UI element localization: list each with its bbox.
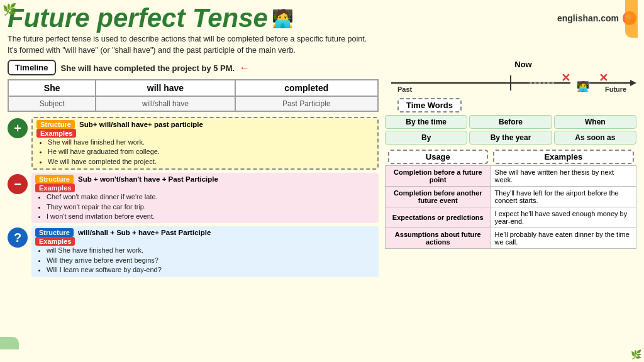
negative-structure-line: Structure Sub + won't/shan't have + Past… [35,175,375,184]
time-word-2: When [554,115,636,129]
site-info: englishan.com 🔍 [557,11,636,25]
right-column: Now ✕ ✕ 🧑‍💻 Past F [385,60,636,277]
positive-examples-line: Examples She will have finished her work… [36,129,374,167]
negative-examples-list: Chef won't make dinner if we're late. Th… [35,192,375,221]
character-icon: 🧑‍💻 [272,8,294,29]
title-group: Future perfect Tense 🧑‍💻 [8,5,294,31]
svg-text:✕: ✕ [561,72,570,84]
question-ex-3: Will I learn new software by day-end? [47,265,375,275]
svg-text:Past: Past [397,85,413,93]
examples-label-pos: Examples [36,129,76,138]
negative-icon: − [8,174,28,194]
table-row: Completion before another future event T… [386,187,636,207]
question-icon: ? [8,228,28,248]
negative-structure: − Structure Sub + won't/shan't have + Pa… [8,173,379,223]
time-words-badge: Time Words [397,98,462,112]
time-word-1: Before [469,115,552,129]
timeline-visual: Now ✕ ✕ 🧑‍💻 Past F [385,60,636,96]
example-0: She will have written her thesis by next… [491,166,636,187]
question-structure: ? Structure will/shall + Sub + have+ Pas… [8,226,379,277]
example-2: I expect he'll have saved enough money b… [491,207,636,228]
structure-label-neg: Structure [35,175,74,184]
time-word-3: By [385,131,467,145]
header: Future perfect Tense 🧑‍💻 englishan.com 🔍 [8,5,636,31]
ue-header-row: Usage Examples [386,148,636,166]
question-content: Structure will/shall + Sub + have+ Past … [31,226,379,277]
negative-formula: Sub + won't/shan't have + Past Participl… [78,175,218,183]
positive-content: Structure Sub+ will/shall have+ past par… [31,117,379,170]
table-row: Assumptions about future actions He'll p… [386,228,636,249]
row-participle: Past Participle [235,96,379,111]
positive-examples-list: She will have finished her work. He will… [36,138,374,167]
description-text: The future perfect tense is used to desc… [8,34,379,56]
main-layout: Timeline She will have completed the pro… [8,60,636,277]
positive-ex-1: She will have finished her work. [48,138,374,147]
usage-examples-section: Usage Examples Completion before a futur… [385,148,636,249]
time-word-0: By the time [385,115,467,129]
usage-header-badge: Usage [388,150,489,164]
usage-examples-table: Usage Examples Completion before a futur… [385,148,636,249]
negative-content: Structure Sub + won't/shan't have + Past… [31,173,379,223]
search-icon[interactable]: 🔍 [623,11,636,25]
usage-0: Completion before a future point [386,166,491,187]
question-examples-list: will She have finished her work. Will th… [35,246,375,275]
svg-text:✕: ✕ [599,72,608,84]
negative-examples-line: Examples Chef won't make dinner if we're… [35,184,375,221]
time-word-5: As soon as [554,131,636,145]
positive-icon: + [8,118,28,138]
col-auxiliary: will have [96,80,235,96]
question-structure-line: Structure will/shall + Sub + have+ Past … [35,228,375,237]
positive-structure: + Structure Sub+ will/shall have+ past p… [8,117,379,170]
timeline-sentence: She will have completed the project by 5… [61,62,250,74]
negative-ex-1: Chef won't make dinner if we're late. [47,192,375,202]
svg-marker-1 [630,80,636,86]
positive-ex-2: He will have graduated from college. [48,147,374,156]
now-label: Now [410,60,636,69]
page-title: Future perfect Tense [8,5,268,31]
site-name: englishan.com [557,13,619,23]
col-subject: She [8,80,96,96]
example-1: They'll have left for the airport before… [491,187,636,207]
positive-ex-3: We will have completed the project. [48,157,374,167]
timeline-badge: Timeline [8,60,56,75]
examples-label-neg: Examples [35,184,75,192]
usage-header-cell: Usage [386,148,491,166]
page: 🌿 🌿 Future perfect Tense 🧑‍💻 englishan.c… [0,0,644,362]
structure-label-q: Structure [35,228,74,237]
question-ex-2: Will they arrive before event begins? [47,256,375,265]
examples-label-q: Examples [35,237,75,246]
examples-header-cell: Examples [491,148,636,166]
left-column: Timeline She will have completed the pro… [8,60,379,277]
question-examples-line: Examples will She have finished her work… [35,237,375,275]
example-3: He'll probably have eaten dinner by the … [491,228,636,249]
timeline-svg: ✕ ✕ 🧑‍💻 Past Future [385,69,636,93]
question-ex-1: will She have finished her work. [47,246,375,255]
table-row: Expectations or predictions I expect he'… [386,207,636,228]
table-row: Completion before a future point She wil… [386,166,636,187]
subject-table: She will have completed Subject will/sha… [8,79,379,112]
row-auxiliary: will/shall have [96,96,235,111]
negative-ex-2: They won't repair the car for trip. [47,202,375,212]
structure-label-pos: Structure [36,120,75,129]
structure-sections: + Structure Sub+ will/shall have+ past p… [8,117,379,277]
time-words-grid: By the time Before When By By the year A… [385,115,636,145]
usage-3: Assumptions about future actions [386,228,491,249]
row-subject: Subject [8,96,96,111]
negative-ex-3: I won't send invitation before event. [47,212,375,221]
examples-header-badge: Examples [493,150,633,164]
positive-formula: Sub+ will/shall have+ past participle [79,121,203,128]
positive-structure-line: Structure Sub+ will/shall have+ past par… [36,120,374,129]
usage-2: Expectations or predictions [386,207,491,228]
time-words-section: Time Words By the time Before When By By… [385,98,636,145]
timeline-section: Timeline She will have completed the pro… [8,60,379,75]
time-word-4: By the year [469,131,552,145]
svg-text:Future: Future [605,85,626,93]
question-formula: will/shall + Sub + have+ Past Participle [78,229,211,236]
usage-1: Completion before another future event [386,187,491,207]
svg-text:🧑‍💻: 🧑‍💻 [577,80,589,92]
col-verb: completed [235,80,379,96]
